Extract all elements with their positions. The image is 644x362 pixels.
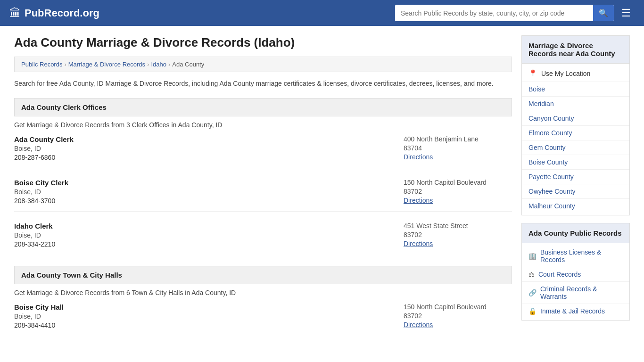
- hamburger-icon: ☰: [621, 7, 631, 19]
- sidebar-item-label: Criminal Records & Warrants: [540, 285, 623, 300]
- nearby-card-body: 📍 Use My Location Boise Meridian Canyon …: [522, 64, 629, 215]
- city-halls-header: Ada County Town & City Halls: [14, 266, 512, 284]
- breadcrumb-sep-2: ›: [147, 61, 149, 68]
- clerk-offices-desc: Get Marriage & Divorce Records from 3 Cl…: [14, 121, 512, 129]
- sidebar-item-boise[interactable]: Boise: [522, 82, 629, 97]
- entry-phone-ch1: 208-384-4410: [14, 321, 64, 329]
- entry-zip-1: 83704: [404, 144, 512, 152]
- breadcrumb-sep-3: ›: [168, 61, 170, 68]
- entry-zip-3: 83702: [404, 231, 512, 239]
- entry-location-ch1: Boise, ID: [14, 313, 64, 320]
- entry-left-3: Idaho Clerk Boise, ID 208-334-2210: [14, 222, 55, 248]
- logo-text: PubRecord.org: [25, 7, 99, 19]
- main-content: Ada County Marriage & Divorce Records (I…: [14, 35, 512, 347]
- entry-name-3: Idaho Clerk: [14, 222, 55, 230]
- entry-directions-ch1: Directions: [404, 321, 512, 329]
- entry-zip-ch1: 83702: [404, 312, 512, 320]
- sidebar-item-inmate-records[interactable]: 🔒 Inmate & Jail Records: [522, 304, 629, 318]
- table-row: Idaho Clerk Boise, ID 208-334-2210 451 W…: [14, 222, 512, 255]
- entry-address-3: 451 West State Street: [404, 222, 512, 230]
- sidebar-item-criminal-records[interactable]: 🔗 Criminal Records & Warrants: [522, 282, 629, 304]
- entry-directions-1: Directions: [404, 153, 512, 161]
- inmate-icon: 🔒: [528, 307, 537, 315]
- table-row: Boise City Hall Boise, ID 208-384-4410 1…: [14, 303, 512, 336]
- city-halls-section: Ada County Town & City Halls Get Marriag…: [14, 266, 512, 336]
- sidebar-item-gem-county[interactable]: Gem County: [522, 140, 629, 155]
- directions-link-2[interactable]: Directions: [404, 197, 433, 204]
- entry-address-ch1: 150 North Capitol Boulevard: [404, 303, 512, 311]
- breadcrumb-sep-1: ›: [64, 61, 66, 68]
- entry-name-1: Ada County Clerk: [14, 135, 74, 143]
- breadcrumb-ada-county: Ada County: [172, 61, 204, 68]
- header-right: 🔍 ☰: [395, 5, 635, 21]
- sidebar-item-payette-county[interactable]: Payette County: [522, 170, 629, 184]
- business-icon: 🏢: [528, 252, 537, 260]
- sidebar-item-label: Owyhee County: [528, 188, 576, 195]
- page-container: Ada County Marriage & Divorce Records (I…: [0, 26, 644, 356]
- entry-zip-2: 83702: [404, 188, 512, 195]
- breadcrumb-idaho[interactable]: Idaho: [151, 61, 166, 68]
- directions-link-ch1[interactable]: Directions: [404, 321, 433, 329]
- breadcrumb-public-records[interactable]: Public Records: [21, 61, 62, 68]
- sidebar-item-label: Meridian: [528, 100, 554, 107]
- sidebar-item-use-location[interactable]: 📍 Use My Location: [522, 66, 629, 82]
- nearby-card-header: Marriage & Divorce Records near Ada Coun…: [522, 36, 629, 64]
- entry-right-3: 451 West State Street 83702 Directions: [404, 222, 512, 248]
- breadcrumb: Public Records › Marriage & Divorce Reco…: [14, 57, 512, 72]
- logo-link[interactable]: 🏛 PubRecord.org: [9, 7, 99, 20]
- sidebar: Marriage & Divorce Records near Ada Coun…: [521, 35, 630, 347]
- sidebar-item-owyhee-county[interactable]: Owyhee County: [522, 184, 629, 199]
- search-icon: 🔍: [599, 9, 608, 17]
- sidebar-item-malheur-county[interactable]: Malheur County: [522, 199, 629, 213]
- court-icon: ⚖: [528, 271, 535, 278]
- sidebar-item-court-records[interactable]: ⚖ Court Records: [522, 267, 629, 282]
- entry-address-1: 400 North Benjamin Lane: [404, 135, 512, 143]
- search-input[interactable]: [395, 6, 593, 21]
- entry-phone-2: 208-384-3700: [14, 197, 68, 205]
- entry-right-2: 150 North Capitol Boulevard 83702 Direct…: [404, 179, 512, 205]
- page-title: Ada County Marriage & Divorce Records (I…: [14, 35, 512, 50]
- sidebar-item-label: Payette County: [528, 173, 574, 181]
- sidebar-item-label: Court Records: [538, 271, 581, 278]
- entry-directions-3: Directions: [404, 240, 512, 247]
- sidebar-item-business-licenses[interactable]: 🏢 Business Licenses & Records: [522, 245, 629, 267]
- table-row: Ada County Clerk Boise, ID 208-287-6860 …: [14, 135, 512, 168]
- search-button[interactable]: 🔍: [593, 5, 614, 21]
- clerk-offices-section: Ada County Clerk Offices Get Marriage & …: [14, 98, 512, 255]
- entry-address-2: 150 North Capitol Boulevard: [404, 179, 512, 186]
- sidebar-item-label: Boise County: [528, 158, 568, 166]
- entry-location-1: Boise, ID: [14, 145, 74, 152]
- logo-icon: 🏛: [9, 7, 21, 20]
- sidebar-item-label: Malheur County: [528, 202, 575, 210]
- entry-directions-2: Directions: [404, 197, 512, 204]
- directions-link-1[interactable]: Directions: [404, 153, 433, 161]
- entry-right-ch1: 150 North Capitol Boulevard 83702 Direct…: [404, 303, 512, 329]
- entry-left-2: Boise City Clerk Boise, ID 208-384-3700: [14, 179, 68, 205]
- clerk-offices-header: Ada County Clerk Offices: [14, 98, 512, 116]
- criminal-icon: 🔗: [528, 289, 537, 296]
- entry-right-1: 400 North Benjamin Lane 83704 Directions: [404, 135, 512, 161]
- entry-phone-3: 208-334-2210: [14, 240, 55, 248]
- sidebar-item-meridian[interactable]: Meridian: [522, 97, 629, 111]
- sidebar-item-label: Elmore County: [528, 129, 572, 137]
- nearby-card: Marriage & Divorce Records near Ada Coun…: [521, 35, 630, 215]
- page-description: Search for free Ada County, ID Marriage …: [14, 79, 512, 89]
- directions-link-3[interactable]: Directions: [404, 240, 433, 247]
- entry-name-ch1: Boise City Hall: [14, 303, 64, 311]
- public-records-card-header: Ada County Public Records: [522, 223, 629, 243]
- public-records-card: Ada County Public Records 🏢 Business Lic…: [521, 223, 630, 321]
- sidebar-item-boise-county[interactable]: Boise County: [522, 155, 629, 170]
- menu-button[interactable]: ☰: [618, 5, 635, 21]
- entry-location-2: Boise, ID: [14, 188, 68, 196]
- entry-left-ch1: Boise City Hall Boise, ID 208-384-4410: [14, 303, 64, 329]
- location-pin-icon: 📍: [528, 69, 537, 78]
- breadcrumb-marriage-divorce[interactable]: Marriage & Divorce Records: [68, 61, 145, 68]
- sidebar-item-label: Use My Location: [541, 70, 590, 77]
- sidebar-item-canyon-county[interactable]: Canyon County: [522, 111, 629, 126]
- sidebar-item-label: Gem County: [528, 144, 566, 151]
- sidebar-item-label: Boise: [528, 85, 545, 93]
- sidebar-item-label: Canyon County: [528, 115, 574, 122]
- entry-location-3: Boise, ID: [14, 231, 55, 239]
- sidebar-item-elmore-county[interactable]: Elmore County: [522, 126, 629, 140]
- table-row: Boise City Clerk Boise, ID 208-384-3700 …: [14, 179, 512, 212]
